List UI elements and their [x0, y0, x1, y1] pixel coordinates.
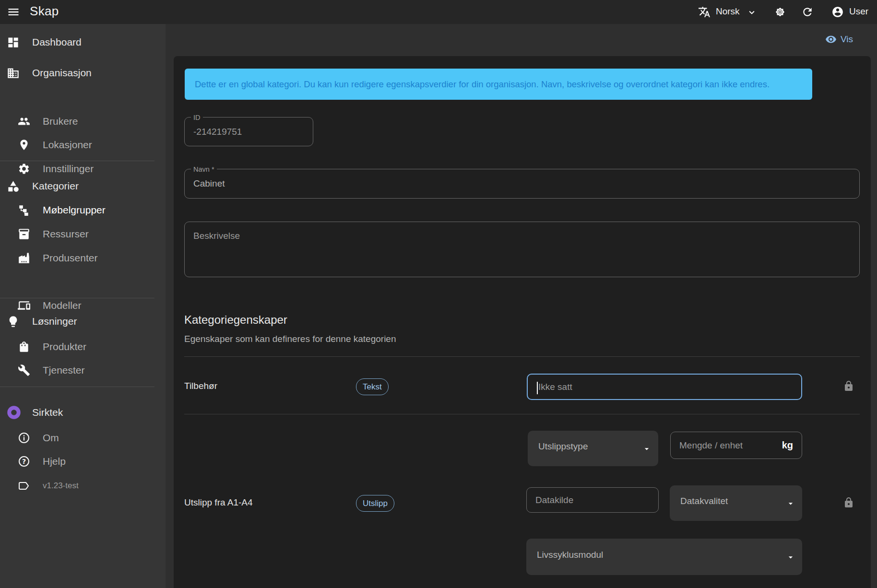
sirktek-logo-icon	[7, 405, 21, 420]
sidebar-item-om[interactable]: Om	[0, 428, 166, 447]
sidebar-item-mobelgrupper[interactable]: Møbelgrupper	[0, 200, 166, 220]
name-field: Navn *	[184, 169, 860, 199]
lock-icon	[843, 497, 854, 508]
tilbehor-value-field[interactable]	[527, 374, 802, 400]
datakvalitet-select[interactable]: Datakvalitet	[670, 485, 802, 521]
lightbulb-icon	[7, 315, 20, 328]
map-pin-icon	[18, 139, 30, 151]
property-label-tilbehor: Tilbehør	[184, 381, 217, 391]
sidebar-item-version: v1.23-test	[0, 476, 166, 495]
section-title: Kategoriegenskaper	[184, 313, 287, 327]
refresh-icon[interactable]	[801, 6, 814, 18]
description-textarea	[185, 222, 859, 277]
vis-label: Vis	[841, 34, 853, 45]
eye-icon	[825, 34, 837, 45]
factory-icon	[18, 252, 30, 264]
sidebar-item-produsenter[interactable]: Produsenter	[0, 248, 166, 268]
devices-icon	[18, 299, 30, 312]
description-field	[184, 222, 860, 277]
tilbehor-input[interactable]	[528, 375, 801, 399]
sidebar-item-organisasjon[interactable]: Organisasjon	[0, 63, 166, 82]
dropdown-arrow-icon	[786, 499, 795, 508]
category-icon	[7, 180, 20, 193]
sidebar-item-dashboard[interactable]: Dashboard	[0, 33, 166, 52]
schema-icon	[18, 204, 30, 216]
brightness-settings-icon[interactable]	[774, 6, 786, 18]
gear-icon	[18, 163, 30, 175]
banner-text: Dette er en global kategori. Du kan kun …	[195, 79, 770, 90]
language-selector-label[interactable]: Norsk	[716, 6, 740, 17]
user-avatar-icon[interactable]	[831, 6, 844, 18]
app-title: Skap	[30, 4, 59, 19]
sidebar-divider	[0, 298, 154, 298]
global-category-info-banner: Dette er en global kategori. Du kan kun …	[185, 69, 812, 100]
datakilde-field[interactable]	[526, 487, 659, 513]
help-icon: ?	[18, 455, 30, 468]
utslippstype-select[interactable]: Utslippstype	[528, 431, 658, 466]
sidebar-item-sirktek[interactable]: Sirktek	[0, 403, 166, 422]
inventory-box-icon	[18, 228, 30, 240]
people-icon	[18, 115, 30, 128]
vis-link[interactable]: Vis	[825, 32, 853, 47]
type-chip-utslipp: Utslipp	[356, 495, 394, 512]
building-icon	[7, 67, 20, 80]
sidebar-item-kategorier[interactable]: Kategorier	[0, 176, 166, 196]
shopping-bag-icon	[18, 341, 30, 353]
dropdown-arrow-icon	[642, 444, 652, 454]
sidebar-item-hjelp[interactable]: ? Hjelp	[0, 452, 166, 471]
sidebar-item-tjenester[interactable]: Tjenester	[0, 361, 166, 380]
sidebar-divider	[0, 387, 154, 387]
utslippstype-select-label: Utslippstype	[538, 431, 588, 462]
property-label-utslipp: Utslipp fra A1-A4	[184, 497, 253, 508]
sidebar-divider	[0, 161, 154, 161]
sidebar-item-brukere[interactable]: Brukere	[0, 112, 166, 131]
mengde-enhet-field[interactable]: kg	[670, 432, 802, 459]
datakvalitet-select-label: Datakvalitet	[680, 485, 728, 517]
menu-icon[interactable]	[7, 5, 20, 19]
section-subtitle: Egenskaper som kan defineres for denne k…	[184, 334, 396, 344]
divider	[184, 356, 860, 357]
unit-suffix: kg	[782, 432, 793, 459]
id-input	[185, 118, 313, 146]
sidebar: Dashboard Organisasjon Brukere Lokasjone…	[0, 24, 166, 588]
sidebar-item-lokasjoner[interactable]: Lokasjoner	[0, 135, 166, 154]
divider	[184, 414, 860, 414]
livssyklusmodul-select-label: Livssyklusmodul	[537, 539, 603, 571]
livssyklusmodul-select[interactable]: Livssyklusmodul	[526, 539, 802, 575]
wrench-icon	[18, 364, 30, 376]
info-icon	[18, 432, 30, 444]
sidebar-item-produkter[interactable]: Produkter	[0, 337, 166, 356]
sidebar-item-innstillinger[interactable]: Innstillinger	[0, 159, 166, 178]
dashboard-icon	[7, 36, 20, 49]
translate-icon[interactable]	[698, 6, 711, 18]
top-bar: Skap Norsk User	[0, 0, 877, 24]
id-field: ID	[184, 117, 313, 146]
text-caret	[537, 382, 538, 394]
name-input	[185, 169, 859, 198]
lock-icon	[843, 380, 854, 392]
type-chip-tekst: Tekst	[356, 378, 389, 395]
datakilde-input[interactable]	[527, 488, 658, 512]
svg-text:?: ?	[22, 458, 26, 465]
tag-icon	[18, 480, 29, 492]
sidebar-item-ressurser[interactable]: Ressurser	[0, 224, 166, 244]
chevron-down-icon[interactable]	[747, 7, 757, 18]
sidebar-item-losninger[interactable]: Løsninger	[0, 312, 166, 331]
dropdown-arrow-icon	[786, 553, 795, 562]
category-edit-card: Dette er en global kategori. Du kan kun …	[174, 56, 871, 588]
user-menu-label[interactable]: User	[849, 6, 868, 17]
